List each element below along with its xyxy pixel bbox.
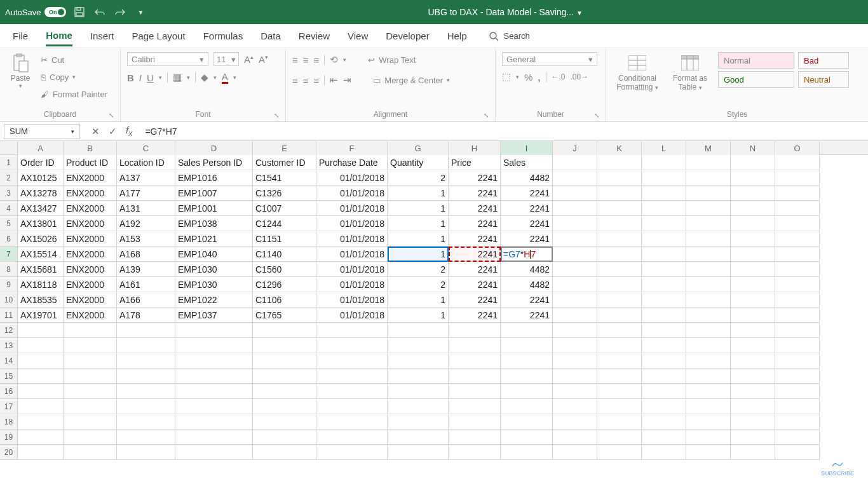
cell-F4[interactable]: 01/01/2018 <box>316 201 388 216</box>
cell-N9[interactable] <box>731 277 775 292</box>
cell-J4[interactable] <box>553 201 597 216</box>
cell-K4[interactable] <box>597 201 642 216</box>
comma-icon[interactable]: , <box>538 72 540 83</box>
cell-G14[interactable] <box>388 353 449 369</box>
cell-H5[interactable]: 2241 <box>449 216 501 231</box>
underline-icon[interactable]: U <box>147 72 154 83</box>
cell-I3[interactable]: 2241 <box>501 186 553 201</box>
cell-F18[interactable] <box>316 414 388 430</box>
cell-E20[interactable] <box>253 445 316 460</box>
cell-D12[interactable] <box>175 323 253 338</box>
cell-B5[interactable]: ENX2000 <box>64 216 117 231</box>
cell-M8[interactable] <box>686 262 731 277</box>
cell-C7[interactable]: A168 <box>117 247 175 262</box>
chevron-down-icon[interactable]: ▾ <box>214 74 217 81</box>
row-header-1[interactable]: 1 <box>0 155 18 170</box>
cell-E10[interactable]: C1106 <box>253 292 316 308</box>
cell-A12[interactable] <box>18 323 64 338</box>
row-header-13[interactable]: 13 <box>0 338 18 353</box>
cell-L15[interactable] <box>642 369 686 384</box>
cell-F10[interactable]: 01/01/2018 <box>316 292 388 308</box>
tab-data[interactable]: Data <box>261 27 281 45</box>
cell-B20[interactable] <box>64 445 117 460</box>
cell-G18[interactable] <box>388 414 449 430</box>
cell-A7[interactable]: AX15514 <box>18 247 64 262</box>
cell-D6[interactable]: EMP1021 <box>175 231 253 247</box>
col-header-M[interactable]: M <box>686 141 731 155</box>
cell-D7[interactable]: EMP1040 <box>175 247 253 262</box>
chevron-down-icon[interactable]: ▾ <box>343 57 346 63</box>
cell-G5[interactable]: 1 <box>388 216 449 231</box>
style-normal[interactable]: Normal <box>718 52 794 69</box>
cell-O17[interactable] <box>775 399 820 414</box>
row-header-10[interactable]: 10 <box>0 292 18 308</box>
cell-C20[interactable] <box>117 445 175 460</box>
cell-D15[interactable] <box>175 369 253 384</box>
cell-K12[interactable] <box>597 323 642 338</box>
cell-J6[interactable] <box>553 231 597 247</box>
cell-F15[interactable] <box>316 369 388 384</box>
cell-L4[interactable] <box>642 201 686 216</box>
cell-H17[interactable] <box>449 399 501 414</box>
cell-B7[interactable]: ENX2000 <box>64 247 117 262</box>
tab-formulas[interactable]: Formulas <box>203 27 243 45</box>
cell-E2[interactable]: C1541 <box>253 170 316 186</box>
cell-E17[interactable] <box>253 399 316 414</box>
cell-E4[interactable]: C1007 <box>253 201 316 216</box>
cell-C3[interactable]: A177 <box>117 186 175 201</box>
cell-D9[interactable]: EMP1030 <box>175 277 253 292</box>
cell-K2[interactable] <box>597 170 642 186</box>
cell-E8[interactable]: C1560 <box>253 262 316 277</box>
percent-icon[interactable]: % <box>524 72 532 83</box>
spreadsheet-grid[interactable]: ABCDEFGHIJKLMNO 1Order IDProduct IDLocat… <box>0 141 868 460</box>
cell-G8[interactable]: 2 <box>388 262 449 277</box>
wrap-text-button[interactable]: ↩Wrap Text <box>368 52 416 67</box>
cell-I4[interactable]: 2241 <box>501 201 553 216</box>
cell-I14[interactable] <box>501 353 553 369</box>
cell-N4[interactable] <box>731 201 775 216</box>
cell-J10[interactable] <box>553 292 597 308</box>
cell-D17[interactable] <box>175 399 253 414</box>
cell-I20[interactable] <box>501 445 553 460</box>
style-bad[interactable]: Bad <box>798 52 849 69</box>
cell-I7[interactable]: =G7*H7 <box>501 247 553 262</box>
cell-A11[interactable]: AX19701 <box>18 308 64 323</box>
cell-G17[interactable] <box>388 399 449 414</box>
align-center-icon[interactable]: ≡ <box>303 75 309 86</box>
cell-F7[interactable]: 01/01/2018 <box>316 247 388 262</box>
cell-E16[interactable] <box>253 384 316 399</box>
cell-G4[interactable]: 1 <box>388 201 449 216</box>
cell-B2[interactable]: ENX2000 <box>64 170 117 186</box>
cell-L17[interactable] <box>642 399 686 414</box>
cell-F1[interactable]: Purchase Date <box>316 155 388 170</box>
cell-N17[interactable] <box>731 399 775 414</box>
cell-H4[interactable]: 2241 <box>449 201 501 216</box>
cell-O15[interactable] <box>775 369 820 384</box>
cell-K15[interactable] <box>597 369 642 384</box>
toggle-switch[interactable]: On <box>44 7 66 17</box>
cell-M17[interactable] <box>686 399 731 414</box>
chevron-down-icon[interactable]: ▾ <box>187 74 190 81</box>
cell-M19[interactable] <box>686 430 731 445</box>
cell-J20[interactable] <box>553 445 597 460</box>
cell-O7[interactable] <box>775 247 820 262</box>
cell-B11[interactable]: ENX2000 <box>64 308 117 323</box>
cell-L1[interactable] <box>642 155 686 170</box>
cell-M9[interactable] <box>686 277 731 292</box>
dialog-launcher-icon[interactable]: ⤡ <box>594 112 599 119</box>
cell-G3[interactable]: 1 <box>388 186 449 201</box>
dialog-launcher-icon[interactable]: ⤡ <box>109 112 114 119</box>
cell-D20[interactable] <box>175 445 253 460</box>
col-header-A[interactable]: A <box>18 141 64 155</box>
cell-G9[interactable]: 2 <box>388 277 449 292</box>
cell-O18[interactable] <box>775 414 820 430</box>
cell-B13[interactable] <box>64 338 117 353</box>
enter-icon[interactable]: ✓ <box>109 126 117 137</box>
formula-input[interactable]: =G7*H7 <box>140 126 868 137</box>
cell-N1[interactable] <box>731 155 775 170</box>
cell-K19[interactable] <box>597 430 642 445</box>
tab-home[interactable]: Home <box>46 26 72 46</box>
cell-D8[interactable]: EMP1030 <box>175 262 253 277</box>
cell-E15[interactable] <box>253 369 316 384</box>
cell-M11[interactable] <box>686 308 731 323</box>
